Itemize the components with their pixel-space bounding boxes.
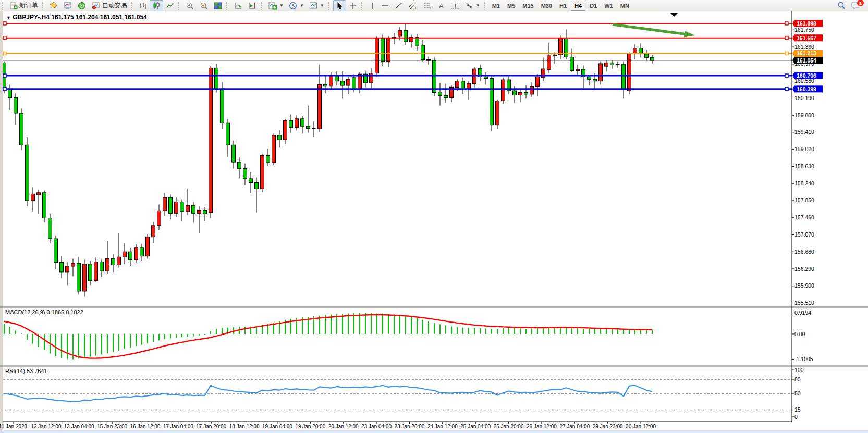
timeframe-d1-button[interactable]: D1 — [586, 1, 600, 10]
svg-text:17 Jan 04:00: 17 Jan 04:00 — [163, 424, 193, 429]
chart-shift-icon — [248, 2, 257, 10]
svg-text:80: 80 — [794, 376, 801, 382]
chart-shift-button[interactable] — [246, 0, 260, 11]
candlestick-chart-button[interactable] — [150, 0, 163, 11]
chart-dropdown-icon[interactable]: ▼ — [6, 15, 11, 20]
svg-text:161.213: 161.213 — [797, 50, 816, 56]
toolbar-grip[interactable] — [261, 2, 265, 10]
candle — [599, 62, 603, 85]
templates-button[interactable]: ▼ — [307, 0, 327, 11]
timeframe-mn-button[interactable]: MN — [617, 1, 632, 10]
svg-text:16 Jan 12:00: 16 Jan 12:00 — [130, 424, 161, 429]
svg-text:19 Jan 04:00: 19 Jan 04:00 — [262, 424, 292, 429]
market-watch-button[interactable] — [47, 0, 61, 11]
text-button[interactable]: A — [435, 0, 448, 11]
svg-text:15: 15 — [794, 406, 801, 413]
line-chart-button[interactable] — [163, 0, 177, 11]
svg-text:A: A — [439, 2, 444, 10]
auto-scroll-button[interactable] — [231, 0, 246, 11]
arrows-button[interactable]: ▼ — [462, 0, 483, 11]
window-bottom-edge — [0, 430, 868, 433]
macd-indicator-label: MACD(12,26,9) 0.1865 0.1822 — [5, 309, 83, 315]
toolbar-grip[interactable] — [328, 2, 332, 10]
svg-text:155.510: 155.510 — [794, 300, 814, 306]
navigator-icon — [78, 2, 87, 10]
timeframe-h1-button[interactable]: H1 — [556, 1, 570, 10]
channel-button[interactable]: E — [406, 0, 420, 11]
chevron-down-icon: ▼ — [320, 3, 324, 8]
toolbar-grip[interactable] — [131, 2, 135, 10]
auto-trading-label: 自动交易 — [102, 1, 127, 10]
horizontal-line-button[interactable] — [378, 0, 392, 11]
svg-text:27 Jan 04:00: 27 Jan 04:00 — [559, 424, 590, 429]
channel-icon: E — [408, 2, 418, 10]
bar-chart-icon — [139, 2, 147, 10]
toolbar-grip[interactable] — [2, 2, 6, 10]
timeframe-m30-button[interactable]: M30 — [538, 1, 555, 10]
chevron-down-icon: ▼ — [476, 3, 480, 8]
svg-text:0.00: 0.00 — [794, 331, 805, 337]
timeframe-h4-button[interactable]: H4 — [571, 1, 585, 11]
svg-text:159.410: 159.410 — [794, 129, 814, 135]
chart-area[interactable]: 161.750161.360160.970160.580160.190159.8… — [0, 0, 868, 433]
toolbar-grip[interactable] — [361, 2, 365, 10]
svg-text:160.399: 160.399 — [797, 86, 816, 92]
svg-text:0.9194: 0.9194 — [794, 310, 811, 316]
bar-chart-button[interactable] — [136, 0, 150, 11]
auto-trading-button[interactable]: 自动交易 — [89, 0, 130, 11]
crosshair-button[interactable] — [346, 0, 360, 11]
svg-text:160.190: 160.190 — [794, 95, 814, 101]
navigator-button[interactable] — [75, 0, 89, 11]
tile-windows-button[interactable] — [211, 0, 225, 11]
vertical-line-button[interactable] — [366, 0, 378, 11]
svg-text:25 Jan 20:00: 25 Jan 20:00 — [494, 424, 524, 429]
svg-text:159.800: 159.800 — [794, 112, 814, 118]
new-order-button[interactable]: 新订单 — [7, 0, 41, 11]
candle — [272, 133, 276, 165]
toolbar-grip[interactable] — [42, 2, 46, 10]
candle — [381, 35, 385, 66]
candle — [496, 100, 499, 129]
horizontal-line-icon — [381, 2, 389, 10]
svg-text:12 Jan 12:00: 12 Jan 12:00 — [31, 424, 61, 429]
auto-trading-icon — [92, 2, 101, 10]
market-watch-icon — [50, 2, 58, 10]
timeframe-m5-button[interactable]: M5 — [504, 1, 518, 10]
toolbar-grip[interactable] — [178, 2, 182, 10]
svg-text:161.898: 161.898 — [797, 20, 816, 27]
crosshair-icon — [349, 2, 357, 10]
cursor-button[interactable] — [333, 0, 346, 11]
toolbar-grip[interactable] — [226, 2, 230, 10]
trendline-button[interactable] — [392, 0, 406, 11]
chat-button[interactable]: 1 — [849, 0, 864, 11]
zoom-out-button[interactable] — [197, 0, 211, 11]
svg-text:155.900: 155.900 — [794, 282, 814, 289]
timeframe-w1-button[interactable]: W1 — [601, 1, 616, 10]
candle — [261, 154, 264, 192]
new-order-label: 新订单 — [19, 1, 38, 10]
zoom-in-button[interactable] — [183, 0, 197, 11]
svg-text:161.360: 161.360 — [794, 44, 814, 50]
svg-text:13 Jan 04:00: 13 Jan 04:00 — [64, 424, 94, 429]
svg-text:156.290: 156.290 — [794, 266, 814, 272]
indicators-button[interactable]: ▼ — [266, 0, 286, 11]
text-icon: A — [437, 2, 445, 10]
chevron-down-icon: ▼ — [300, 3, 304, 8]
svg-text:23 Jan 20:00: 23 Jan 20:00 — [395, 424, 425, 429]
fibonacci-icon: F — [423, 2, 432, 10]
mt4-window: 新订单 — [0, 0, 868, 433]
chat-unread-badge: 1 — [857, 0, 864, 7]
search-button[interactable] — [834, 0, 849, 11]
label-button[interactable]: T — [448, 0, 462, 11]
auto-scroll-icon — [234, 2, 243, 10]
fibonacci-button[interactable]: F — [420, 0, 435, 11]
svg-text:161.750: 161.750 — [794, 27, 814, 33]
timeframe-m15-button[interactable]: M15 — [519, 1, 536, 10]
data-window-button[interactable] — [61, 0, 75, 11]
timeframe-m1-button[interactable]: M1 — [489, 1, 503, 10]
periods-button[interactable]: ▼ — [286, 0, 307, 11]
candle — [43, 191, 46, 222]
cursor-icon — [336, 2, 344, 10]
periods-icon — [289, 2, 298, 10]
toolbar-grip[interactable] — [484, 2, 488, 10]
